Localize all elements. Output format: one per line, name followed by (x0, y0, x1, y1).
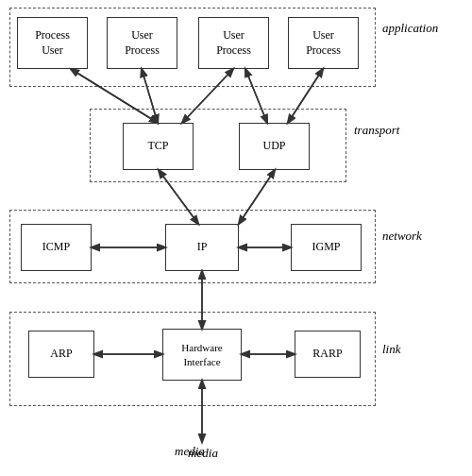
rarp-box: RARP (295, 331, 361, 378)
network-layer-label: network (382, 229, 422, 244)
media-text: media (175, 444, 205, 459)
link-layer-label: link (382, 342, 401, 357)
icmp-box: ICMP (21, 224, 92, 271)
tcp-box: TCP (123, 123, 194, 170)
udp-box: UDP (239, 123, 310, 170)
hardware-interface-box: HardwareInterface (162, 329, 242, 381)
application-layer-label: application (382, 21, 438, 36)
user-process-box-2: UserProcess (198, 17, 269, 69)
user-process-box-3: UserProcess (288, 17, 359, 69)
network-diagram: application transport network link Proce… (0, 0, 472, 476)
process-user-box: ProcessUser (17, 17, 88, 69)
user-process-box-1: UserProcess (107, 17, 177, 69)
transport-layer-label: transport (354, 123, 399, 138)
igmp-box: IGMP (291, 224, 362, 271)
ip-box: IP (165, 224, 239, 271)
arp-box: ARP (28, 331, 94, 378)
